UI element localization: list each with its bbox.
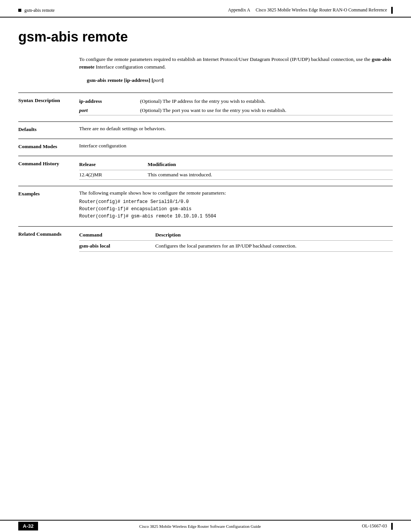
related-commands-content: Command Description gsm-abis local Confi… [79, 230, 393, 252]
related-commands-section: Related Commands Command Description gsm… [18, 226, 393, 258]
examples-content: The following example shows how to confi… [79, 190, 393, 220]
defaults-content: There are no default settings or behavio… [79, 126, 393, 133]
page-footer: A-32 Cisco 3825 Mobile Wireless Edge Rou… [0, 520, 411, 532]
header-right: Appendix A Cisco 3825 Mobile Wireless Ed… [228, 7, 393, 14]
col-release: Release [79, 160, 148, 170]
defaults-label: Defaults [18, 126, 79, 133]
command-modes-content: Interface configuration [79, 143, 393, 150]
syntax-italic-port: port [153, 77, 162, 83]
syntax-param-port: port [79, 106, 140, 115]
rel-table-header-row: Command Description [79, 230, 393, 241]
footer-doc-number-text: OL-15667-03 [362, 523, 387, 529]
header-square-icon [18, 9, 21, 12]
syntax-table: ip-address (Optional) The IP address for… [79, 97, 393, 115]
footer-text: Cisco 3825 Mobile Wireless Edge Router S… [139, 524, 261, 529]
syntax-bold-ip: ip-address [126, 77, 148, 83]
rel-description-0: Configures the local parameters for an I… [155, 241, 393, 252]
header-left: gsm-abis remote [18, 8, 55, 13]
syntax-param-ip: ip-address [79, 97, 140, 106]
command-history-table: Release Modification 12.4(2)MR This comm… [79, 160, 393, 180]
syntax-description-content: ip-address (Optional) The IP address for… [79, 97, 393, 115]
related-commands-label: Related Commands [18, 230, 79, 252]
command-syntax: gsm-abis remote [ip-address] [port] [87, 77, 393, 83]
page-title: gsm-abis remote [18, 29, 393, 45]
cmd-history-row-0: 12.4(2)MR This command was introduced. [79, 170, 393, 179]
rel-row-0: gsm-abis local Configures the local para… [79, 241, 393, 252]
examples-intro: The following example shows how to confi… [79, 190, 393, 196]
rel-command-0: gsm-abis local [79, 241, 155, 252]
rel-command-bold-0: gsm-abis local [79, 243, 110, 249]
cmd-history-modification-0: This command was introduced. [148, 170, 393, 179]
examples-section: Examples The following example shows how… [18, 186, 393, 227]
footer-page-box: A-32 [18, 523, 38, 529]
command-history-content: Release Modification 12.4(2)MR This comm… [79, 160, 393, 180]
page-header: gsm-abis remote Appendix A Cisco 3825 Mo… [0, 0, 411, 18]
command-modes-label: Command Modes [18, 143, 79, 150]
code-line-2: Router(config-if)# gsm-abis remote 10.10… [79, 213, 393, 220]
footer-doc-number: OL-15667-03 [362, 523, 393, 530]
command-modes-text: Interface configuration [79, 143, 126, 149]
syntax-description-label: Syntax Description [18, 97, 79, 115]
rel-col-description: Description [155, 230, 393, 241]
footer-bar-icon [391, 523, 393, 530]
intro-bold: gsm-abis remote [79, 56, 391, 70]
related-commands-table: Command Description gsm-abis local Confi… [79, 230, 393, 252]
footer-page-number: A-32 [18, 522, 38, 530]
code-line-1: Router(config-if)# encapsulation gsm-abi… [79, 206, 393, 213]
examples-label: Examples [18, 190, 79, 220]
intro-text: To configure the remote parameters requi… [79, 56, 393, 71]
command-history-section: Command History Release Modification 12.… [18, 156, 393, 186]
defaults-text: There are no default settings or behavio… [79, 126, 166, 131]
intro-section: To configure the remote parameters requi… [79, 56, 393, 83]
main-content: gsm-abis remote To configure the remote … [0, 18, 411, 288]
syntax-row-ip: ip-address (Optional) The IP address for… [79, 97, 393, 106]
cmd-history-header-row: Release Modification [79, 160, 393, 170]
col-modification: Modification [148, 160, 393, 170]
syntax-row-port: port (Optional) The port you want to use… [79, 106, 393, 115]
header-appendix: Appendix A [228, 7, 250, 13]
breadcrumb: gsm-abis remote [24, 8, 55, 13]
header-title: Cisco 3825 Mobile Wireless Edge Router R… [256, 7, 387, 13]
defaults-section: Defaults There are no default settings o… [18, 121, 393, 139]
rel-col-command: Command [79, 230, 155, 241]
code-line-0: Router(config)# interface Serial10/1/0.0 [79, 198, 393, 206]
cmd-history-release-0: 12.4(2)MR [79, 170, 148, 179]
syntax-desc-port: (Optional) The port you want to use for … [140, 106, 393, 115]
command-history-label: Command History [18, 160, 79, 180]
syntax-desc-ip: (Optional) The IP address for the entry … [140, 97, 393, 106]
command-modes-section: Command Modes Interface configuration [18, 139, 393, 156]
header-bar-icon [391, 7, 393, 14]
syntax-description-section: Syntax Description ip-address (Optional)… [18, 93, 393, 121]
example-code-block: Router(config)# interface Serial10/1/0.0… [79, 198, 393, 220]
